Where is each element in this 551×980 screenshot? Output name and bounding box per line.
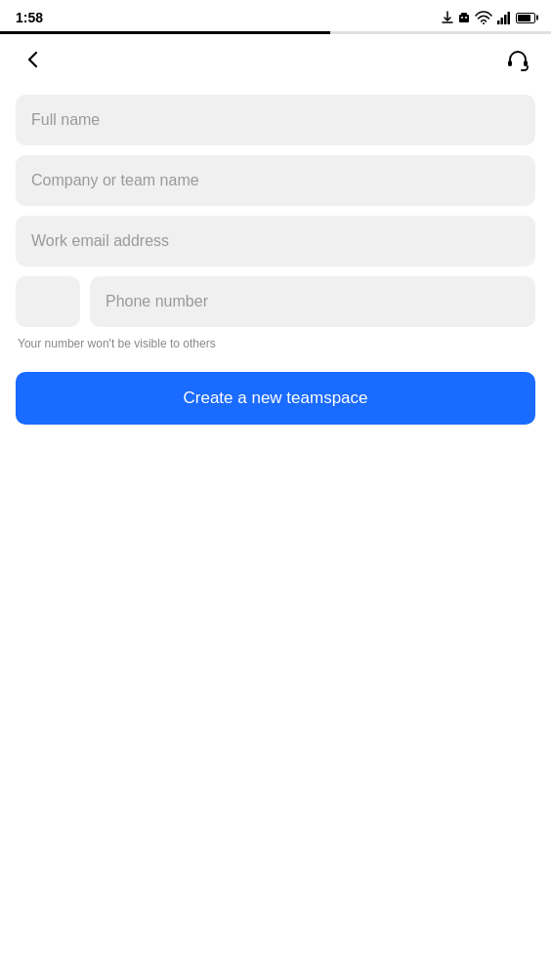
signal-icon: [497, 11, 511, 24]
create-teamspace-button[interactable]: Create a new teamspace: [16, 372, 535, 425]
svg-rect-7: [504, 15, 507, 24]
full-name-input[interactable]: [16, 95, 535, 145]
phone-row: [16, 276, 535, 327]
svg-rect-0: [459, 15, 469, 22]
battery-icon: [516, 13, 535, 23]
svg-point-3: [465, 17, 467, 19]
progress-bar-filled: [0, 31, 330, 34]
svg-rect-10: [524, 61, 528, 66]
svg-rect-1: [461, 13, 467, 16]
company-name-input[interactable]: [16, 155, 535, 206]
phone-hint: Your number won't be visible to others: [16, 337, 535, 350]
back-arrow-icon: [21, 48, 45, 71]
status-bar: 1:58: [0, 0, 551, 31]
svg-point-4: [483, 22, 485, 24]
form-container: Your number won't be visible to others C…: [0, 85, 551, 444]
wifi-icon: [475, 11, 492, 24]
back-button[interactable]: [16, 42, 51, 77]
download-icon: [442, 11, 453, 24]
phone-number-input[interactable]: [90, 276, 535, 327]
status-time: 1:58: [16, 10, 43, 25]
headset-button[interactable]: [500, 42, 535, 77]
country-code-selector[interactable]: [16, 276, 80, 327]
work-email-input[interactable]: [16, 216, 535, 266]
svg-rect-9: [508, 61, 512, 66]
svg-rect-8: [508, 12, 511, 24]
headset-icon: [505, 47, 530, 72]
svg-point-2: [461, 17, 463, 19]
status-icons: [442, 11, 535, 24]
android-icon: [458, 11, 470, 24]
svg-rect-6: [501, 18, 504, 24]
svg-rect-5: [497, 20, 500, 24]
nav-bar: [0, 34, 551, 85]
